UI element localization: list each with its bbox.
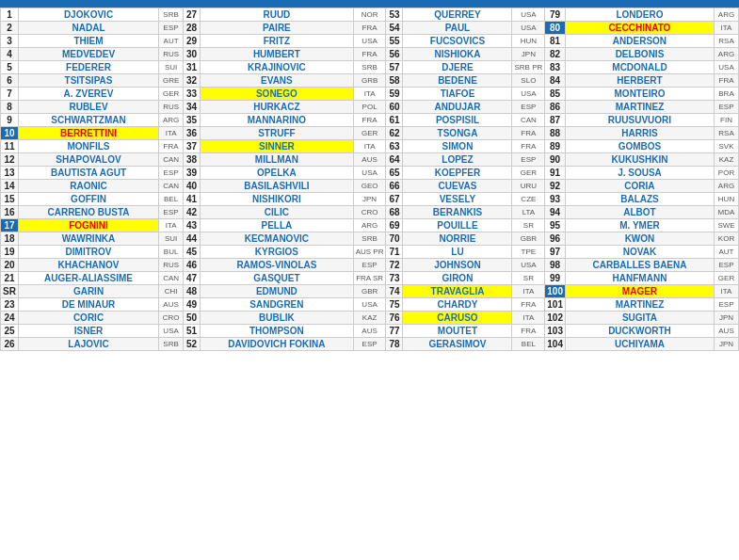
player-nat: ESP — [715, 101, 739, 114]
player-nat: GEO — [353, 180, 386, 193]
player-nat: CZE — [512, 193, 545, 206]
player-nat: POL — [353, 101, 386, 114]
player-seed: 55 — [386, 35, 403, 48]
player-name: NORRIE — [403, 232, 512, 246]
player-nat: ARG — [715, 8, 739, 22]
player-seed: 17 — [1, 219, 19, 232]
player-nat: GER — [353, 127, 386, 140]
player-nat: RUS — [159, 259, 184, 272]
player-seed: 33 — [184, 88, 201, 101]
table-row: 3THIEMAUT29FRITZUSA55FUCSOVICSHUN81ANDER… — [1, 35, 739, 48]
player-seed: 97 — [545, 246, 566, 259]
player-seed: 92 — [545, 180, 566, 193]
player-name: MANNARINO — [201, 114, 354, 127]
player-seed: 74 — [386, 285, 403, 298]
player-seed: 88 — [545, 127, 566, 140]
player-nat: USA — [512, 22, 545, 35]
table-row: 21AUGER-ALIASSIMECAN47GASQUETFRA SR73GIR… — [1, 272, 739, 285]
player-seed: 10 — [1, 127, 19, 140]
table-row: 4MEDVEDEVRUS30HUMBERTFRA56NISHIOKAJPN82D… — [1, 48, 739, 61]
player-nat: SR — [512, 272, 545, 285]
player-name: NADAL — [18, 22, 158, 35]
table-row: 10BERRETTINIITA36STRUFFGER62TSONGAFRA88H… — [1, 127, 739, 140]
player-nat: FIN — [715, 114, 739, 127]
player-nat: FRA — [159, 140, 184, 153]
player-seed: 30 — [184, 48, 201, 61]
player-nat: AUS PR — [353, 246, 386, 259]
table-row: 26LAJOVICSRB52DAVIDOVICH FOKINAESP78GERA… — [1, 338, 739, 351]
player-nat: BRA — [715, 88, 739, 101]
player-name: RAONIC — [18, 180, 158, 193]
player-name: HURKACZ — [201, 101, 354, 114]
player-seed: 67 — [386, 193, 403, 206]
player-name: KECMANOVIC — [201, 232, 354, 246]
player-name: UCHIYAMA — [565, 338, 714, 351]
player-seed: 80 — [545, 22, 566, 35]
player-nat: CRO — [353, 206, 386, 219]
player-seed: 21 — [1, 272, 19, 285]
player-name: FEDERER — [18, 61, 158, 74]
player-nat: GBR — [512, 232, 545, 246]
player-nat: ESP — [159, 206, 184, 219]
player-nat: SRB — [353, 232, 386, 246]
player-nat: BUL — [159, 246, 184, 259]
player-nat: FRA — [512, 325, 545, 338]
player-seed: 64 — [386, 153, 403, 167]
player-seed: 4 — [1, 48, 19, 61]
player-nat: ITA — [159, 127, 184, 140]
player-seed: 83 — [545, 61, 566, 74]
player-nat: GER — [715, 272, 739, 285]
player-name: MONTEIRO — [565, 88, 714, 101]
player-name: KUKUSHKIN — [565, 153, 714, 167]
player-name: ANDUJAR — [403, 101, 512, 114]
player-name: KRAJINOVIC — [201, 61, 354, 74]
table-row: 11MONFILSFRA37SINNERITA63SIMONFRA89GOMBO… — [1, 140, 739, 153]
player-name: CECCHINATO — [565, 22, 714, 35]
player-name: MARTINEZ — [565, 101, 714, 114]
player-seed: 35 — [184, 114, 201, 127]
player-name: DELBONIS — [565, 48, 714, 61]
player-seed: 16 — [1, 206, 19, 219]
player-seed: 65 — [386, 167, 403, 180]
player-name: DAVIDOVICH FOKINA — [201, 338, 354, 351]
player-seed: 101 — [545, 298, 566, 312]
player-seed: 68 — [386, 206, 403, 219]
player-name: TSONGA — [403, 127, 512, 140]
player-nat: AUS — [353, 325, 386, 338]
player-seed: 102 — [545, 312, 566, 325]
player-nat: KAZ — [353, 312, 386, 325]
player-name: PAUL — [403, 22, 512, 35]
player-nat: ESP — [159, 22, 184, 35]
player-seed: 100 — [545, 285, 566, 298]
player-name: VESELY — [403, 193, 512, 206]
player-name: STRUFF — [201, 127, 354, 140]
player-nat: USA — [159, 325, 184, 338]
player-name: SIMON — [403, 140, 512, 153]
player-name: BERRETTINI — [18, 127, 158, 140]
table-row: 13BAUTISTA AGUTESP39OPELKAUSA65KOEPFERGE… — [1, 167, 739, 180]
player-nat: GER — [159, 88, 184, 101]
player-seed: 28 — [184, 22, 201, 35]
player-nat: SLO — [512, 74, 545, 88]
player-name: NOVAK — [565, 246, 714, 259]
player-seed: 44 — [184, 232, 201, 246]
player-name: PELLA — [201, 219, 354, 232]
player-name: TRAVAGLIA — [403, 285, 512, 298]
player-nat: FRA SR — [353, 272, 386, 285]
player-nat: TPE — [512, 246, 545, 259]
player-name: HERBERT — [565, 74, 714, 88]
player-name: FOGNINI — [18, 219, 158, 232]
player-name: SANDGREN — [201, 298, 354, 312]
player-seed: 60 — [386, 101, 403, 114]
player-name: BASILASHVILI — [201, 180, 354, 193]
player-name: TSITSIPAS — [18, 74, 158, 88]
player-name: KHACHANOV — [18, 259, 158, 272]
player-name: LAJOVIC — [18, 338, 158, 351]
player-name: HARRIS — [565, 127, 714, 140]
player-seed: 75 — [386, 298, 403, 312]
player-name: CARRENO BUSTA — [18, 206, 158, 219]
player-nat: SRB PR — [512, 61, 545, 74]
player-name: QUERREY — [403, 8, 512, 22]
player-name: GIRON — [403, 272, 512, 285]
player-name: DIMITROV — [18, 246, 158, 259]
